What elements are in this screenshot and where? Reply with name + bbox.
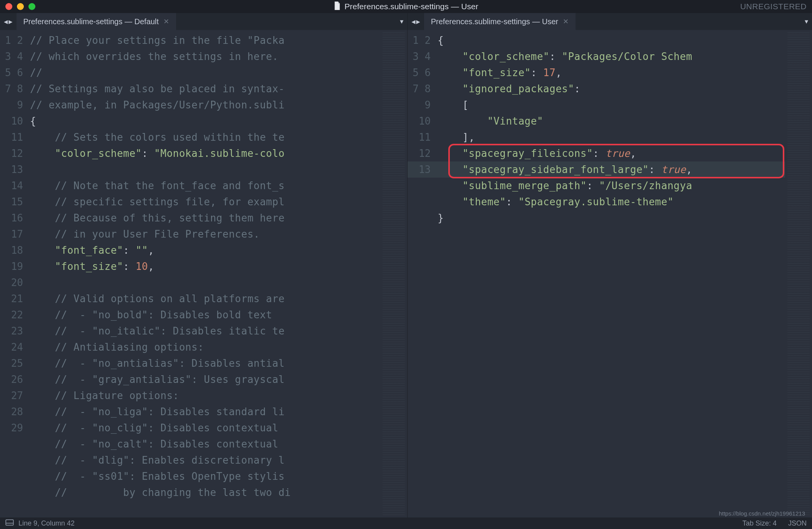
panel-switcher-icon[interactable]	[5, 519, 14, 527]
tab-bar-left: ◀ ▶ Preferences.sublime-settings — Defau…	[0, 13, 407, 30]
close-icon[interactable]	[5, 3, 12, 10]
close-icon[interactable]: ✕	[563, 17, 569, 26]
svg-rect-0	[6, 519, 13, 525]
status-tab-size[interactable]: Tab Size: 4	[742, 519, 777, 527]
unregistered-label: UNREGISTERED	[740, 2, 807, 11]
window-title-group: Preferences.sublime-settings — User	[334, 2, 478, 12]
tab-user-settings[interactable]: Preferences.sublime-settings — User ✕	[424, 13, 576, 30]
editor-left[interactable]: 1 2 3 4 5 6 7 8 9 10 11 12 13 14 15 16 1…	[0, 30, 407, 517]
document-icon	[334, 2, 341, 12]
close-icon[interactable]: ✕	[163, 17, 169, 26]
nav-forward-icon[interactable]: ▶	[416, 18, 420, 25]
watermark-text: https://blog.csdn.net/zjh19961213	[719, 510, 805, 517]
minimap-left[interactable]	[380, 30, 407, 517]
nav-arrows-right: ◀ ▶	[408, 13, 424, 30]
editor-right[interactable]: 1 2 3 4 5 6 7 8 9 10 11 12 13 { "color_s…	[408, 30, 812, 517]
tab-overflow-left[interactable]: ▼	[400, 13, 403, 30]
tab-bar-right: ◀ ▶ Preferences.sublime-settings — User …	[408, 13, 812, 30]
nav-back-icon[interactable]: ◀	[411, 18, 415, 25]
pane-left: ◀ ▶ Preferences.sublime-settings — Defau…	[0, 13, 408, 517]
traffic-lights	[5, 3, 35, 10]
tab-default-settings[interactable]: Preferences.sublime-settings — Default ✕	[17, 13, 176, 30]
status-syntax[interactable]: JSON	[788, 519, 807, 527]
code-lines-left[interactable]: // Place your settings in the file "Pack…	[30, 30, 380, 517]
window-title: Preferences.sublime-settings — User	[344, 2, 478, 11]
app-window: Preferences.sublime-settings — User UNRE…	[0, 0, 812, 529]
nav-forward-icon[interactable]: ▶	[8, 18, 12, 25]
minimap-right[interactable]	[785, 30, 812, 517]
status-bar: Line 9, Column 42 Tab Size: 4 JSON	[0, 517, 812, 529]
tab-overflow-right[interactable]: ▼	[805, 13, 808, 30]
minimize-icon[interactable]	[17, 3, 24, 10]
editor-split: ◀ ▶ Preferences.sublime-settings — Defau…	[0, 13, 812, 517]
pane-right: ◀ ▶ Preferences.sublime-settings — User …	[408, 13, 812, 517]
tab-label: Preferences.sublime-settings — Default	[23, 17, 159, 26]
titlebar: Preferences.sublime-settings — User UNRE…	[0, 0, 812, 13]
nav-back-icon[interactable]: ◀	[4, 18, 8, 25]
tab-label: Preferences.sublime-settings — User	[431, 17, 558, 26]
status-position[interactable]: Line 9, Column 42	[18, 519, 75, 527]
code-lines-right[interactable]: { "color_scheme": "Packages/Color Schem …	[438, 30, 785, 517]
maximize-icon[interactable]	[28, 3, 35, 10]
gutter-right: 1 2 3 4 5 6 7 8 9 10 11 12 13	[408, 30, 438, 517]
gutter-left: 1 2 3 4 5 6 7 8 9 10 11 12 13 14 15 16 1…	[0, 30, 30, 517]
nav-arrows-left: ◀ ▶	[0, 13, 17, 30]
